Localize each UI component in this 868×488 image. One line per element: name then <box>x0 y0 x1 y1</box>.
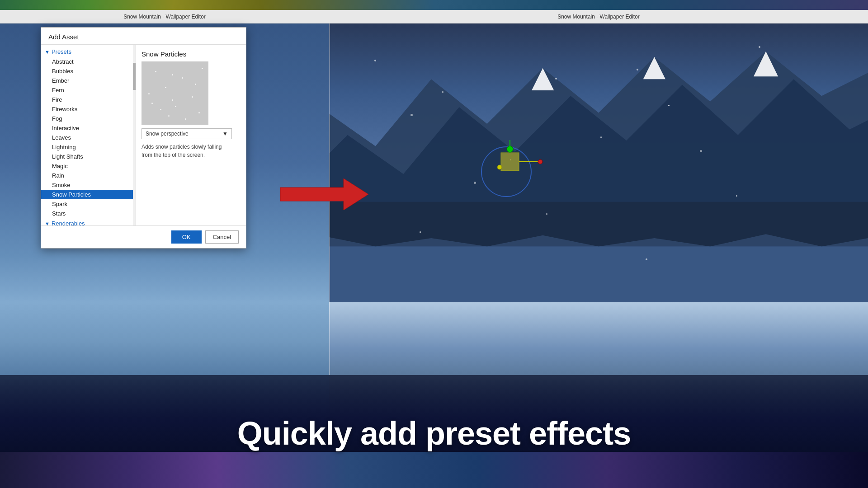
red-arrow <box>280 176 371 214</box>
renderables-arrow-icon: ▼ <box>45 221 50 226</box>
transform-gizmo <box>479 131 552 205</box>
svg-point-15 <box>538 160 542 164</box>
tree-item-rain[interactable]: Rain <box>41 171 136 180</box>
tree-item-fern[interactable]: Fern <box>41 85 136 95</box>
bottom-text: Quickly add preset effects <box>0 415 868 452</box>
preview-image <box>142 61 208 125</box>
dialog-footer: OK Cancel <box>41 225 246 248</box>
title-bar-left: Snow Mountain - Wallpaper Editor <box>0 10 329 23</box>
preset-description: Adds snow particles slowly falling from … <box>142 143 230 159</box>
preview-panel: Snow Particles <box>136 45 246 225</box>
dialog-title: Add Asset <box>41 28 246 45</box>
tree-item-fog[interactable]: Fog <box>41 114 136 123</box>
tree-item-lightning[interactable]: Lightning <box>41 142 136 152</box>
top-decorative-bar <box>0 0 868 10</box>
tree-item-leaves[interactable]: Leaves <box>41 133 136 142</box>
preset-dropdown[interactable]: Snow perspective ▼ <box>142 128 232 139</box>
renderables-section-header[interactable]: ▼ Renderables <box>41 218 136 225</box>
tree-item-fire[interactable]: Fire <box>41 95 136 104</box>
tree-item-stars[interactable]: Stars <box>41 209 136 218</box>
tree-item-ember[interactable]: Ember <box>41 76 136 85</box>
tree-item-fireworks[interactable]: Fireworks <box>41 104 136 114</box>
svg-marker-8 <box>280 178 368 210</box>
tree-item-interactive[interactable]: Interactive <box>41 123 136 133</box>
tree-item-abstract[interactable]: Abstract <box>41 57 136 66</box>
tree-item-bubbles[interactable]: Bubbles <box>41 66 136 76</box>
tree-scrollbar-thumb[interactable] <box>133 63 136 90</box>
tree-item-smoke[interactable]: Smoke <box>41 180 136 190</box>
presets-arrow-icon: ▼ <box>45 49 50 55</box>
title-bar-right: Snow Mountain - Wallpaper Editor <box>329 10 868 23</box>
preview-title: Snow Particles <box>142 50 241 58</box>
tree-item-light-shafts[interactable]: Light Shafts <box>41 152 136 161</box>
tree-item-magic[interactable]: Magic <box>41 161 136 171</box>
add-asset-dialog: Add Asset ▼ Presets Abstract Bubbles Emb… <box>41 27 246 249</box>
tree-item-snow-particles[interactable]: Snow Particles <box>41 190 136 199</box>
tree-item-spark[interactable]: Spark <box>41 199 136 209</box>
ok-button[interactable]: OK <box>171 230 202 244</box>
asset-tree-panel: ▼ Presets Abstract Bubbles Ember Fern Fi… <box>41 45 136 225</box>
presets-section-header[interactable]: ▼ Presets <box>41 47 136 57</box>
bottom-glow <box>0 452 868 488</box>
cancel-button[interactable]: Cancel <box>205 230 239 244</box>
svg-rect-10 <box>501 153 519 171</box>
svg-point-12 <box>497 165 502 169</box>
dropdown-arrow-icon: ▼ <box>222 131 228 137</box>
tree-scrollbar-track[interactable] <box>133 45 136 225</box>
